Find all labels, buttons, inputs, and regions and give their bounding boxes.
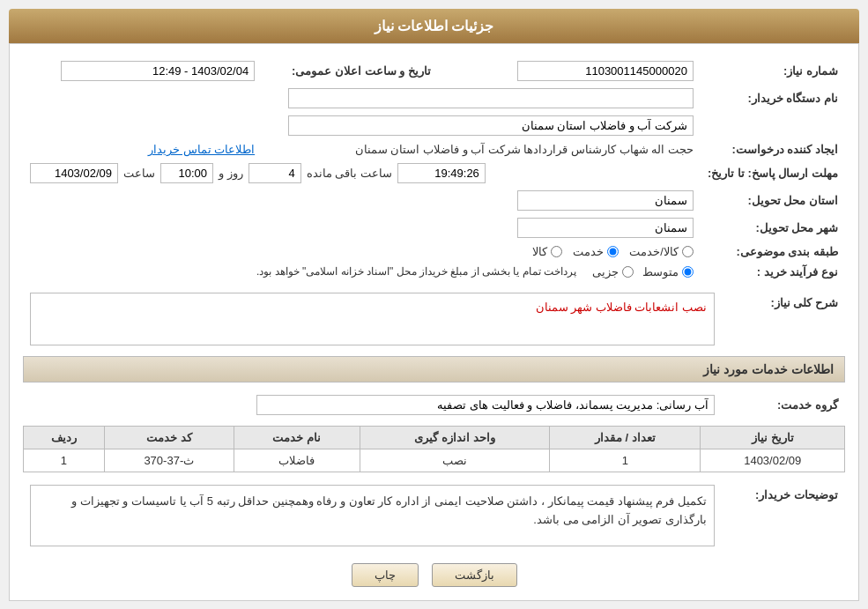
- button-row: بازگشت چاپ: [23, 563, 845, 587]
- tabaqe-khadamat-label: خدمت: [573, 245, 604, 258]
- ijad-text: حجت اله شهاب کارشناس قراردادها شرکت آب و…: [355, 143, 694, 156]
- ijad-value: حجت اله شهاب کارشناس قراردادها شرکت آب و…: [262, 139, 701, 160]
- tawzihat-row: توضیحات خریدار: تکمیل فرم پیشنهاد قیمت پ…: [23, 481, 845, 550]
- grooh-value: [23, 391, 722, 419]
- nam-dastgah-input[interactable]: [288, 88, 694, 108]
- grooh-input[interactable]: [256, 395, 715, 415]
- services-table-body: 1403/02/091نصبفاضلابث-37-3701: [24, 449, 845, 472]
- sharh-table: شرح کلی نیاز: نصب انشعابات فاضلاب شهر سم…: [23, 289, 845, 349]
- mohlat-maande-label: ساعت باقی مانده: [307, 167, 392, 180]
- tawzihat-label: توضیحات خریدار:: [722, 481, 845, 550]
- tarikh-input[interactable]: [61, 61, 255, 81]
- tarikh-label: تاریخ و ساعت اعلان عمومی:: [262, 57, 438, 85]
- col-radif: ردیف: [24, 427, 105, 449]
- ostan-label: استان محل تحویل:: [701, 187, 845, 214]
- nooe-row: نوع فرآیند خرید : متوسط جزیی: [23, 262, 845, 282]
- shahr-input[interactable]: [517, 218, 694, 238]
- tawzihat-table: توضیحات خریدار: تکمیل فرم پیشنهاد قیمت پ…: [23, 481, 845, 550]
- mohlat-saat-label: ساعت: [123, 167, 155, 180]
- nam-dastgah-value: [23, 85, 701, 112]
- ostan-row: استان محل تحویل:: [23, 187, 845, 214]
- tawzihat-value-cell: تکمیل فرم پیشنهاد قیمت پیمانکار ، داشتن …: [23, 481, 722, 550]
- print-button[interactable]: چاپ: [352, 563, 419, 587]
- mohlat-date-input[interactable]: [30, 163, 118, 183]
- page-header: جزئیات اطلاعات نیاز: [9, 9, 859, 43]
- col-vahed: واحد اندازه گیری: [360, 427, 550, 449]
- sherkat-value: [23, 112, 701, 139]
- tabaqe-kala-option[interactable]: کالا: [532, 245, 562, 258]
- col-tarikh: تاریخ نیاز: [701, 427, 845, 449]
- tabaqe-kala-label: کالا: [532, 245, 547, 258]
- tabaqe-kala-khadamat-option[interactable]: کالا/خدمت: [629, 245, 694, 258]
- nam-dastgah-row: نام دستگاه خریدار:: [23, 85, 845, 112]
- etelaat-link-cell: اطلاعات تماس خریدار: [23, 139, 262, 160]
- khadamat-header: اطلاعات خدمات مورد نیاز: [23, 356, 845, 382]
- mohlat-row: مهلت ارسال پاسخ: تا تاریخ: ساعت باقی مان…: [23, 160, 845, 187]
- back-button[interactable]: بازگشت: [432, 563, 517, 587]
- tawzihat-box: تکمیل فرم پیشنهاد قیمت پیمانکار ، داشتن …: [30, 485, 715, 546]
- mohlat-maande-input[interactable]: [397, 163, 486, 183]
- tabaqe-value: کالا/خدمت خدمت کالا: [23, 241, 701, 262]
- nooe-value: متوسط جزیی پرداخت تمام یا بخشی از مبلغ خ…: [23, 262, 701, 282]
- sharh-box: نصب انشعابات فاضلاب شهر سمنان: [30, 293, 715, 345]
- shahr-value: [23, 214, 701, 241]
- services-header-row: تاریخ نیاز تعداد / مقدار واحد اندازه گیر…: [24, 427, 845, 449]
- tabaqe-kala-radio[interactable]: [551, 246, 562, 257]
- sherkat-input[interactable]: [288, 115, 694, 136]
- shomara-niaz-input[interactable]: [517, 61, 694, 81]
- tabaqe-khadamat-radio[interactable]: [607, 246, 619, 257]
- grooh-label: گروه خدمت:: [722, 391, 845, 419]
- nooe-warning: پرداخت تمام یا بخشی از مبلغ خریداز محل "…: [256, 265, 576, 278]
- nooe-jezyi-radio[interactable]: [622, 266, 634, 278]
- grooh-row: گروه خدمت:: [23, 391, 845, 419]
- shahr-label: شهر محل تحویل:: [701, 214, 845, 241]
- table-row: 1403/02/091نصبفاضلابث-37-3701: [24, 449, 845, 472]
- tabaqe-row: طبقه بندی موضوعی: کالا/خدمت خدمت: [23, 241, 845, 262]
- nam-dastgah-label: نام دستگاه خریدار:: [701, 85, 845, 112]
- sharh-label: شرح کلی نیاز:: [722, 289, 845, 349]
- col-kod: کد خدمت: [104, 427, 234, 449]
- mohlat-saat-input[interactable]: [160, 163, 213, 183]
- tarikh-value: [23, 57, 262, 85]
- shomara-niaz-label: شماره نیاز:: [701, 57, 845, 85]
- shahr-row: شهر محل تحویل:: [23, 214, 845, 241]
- ostan-input[interactable]: [517, 190, 694, 211]
- nooe-motavaset-option[interactable]: متوسط: [642, 265, 694, 279]
- mohlat-value-cell: ساعت باقی مانده روز و ساعت: [23, 160, 701, 187]
- nooe-label: نوع فرآیند خرید :: [701, 262, 845, 282]
- cell-nam: فاضلاب: [234, 449, 360, 472]
- nooe-motavaset-label: متوسط: [642, 265, 679, 279]
- shomara-niaz-value: [482, 57, 701, 85]
- content-area: شماره نیاز: تاریخ و ساعت اعلان عمومی: نا…: [9, 43, 859, 601]
- sharh-row: شرح کلی نیاز: نصب انشعابات فاضلاب شهر سم…: [23, 289, 845, 349]
- col-tedaad: تعداد / مقدار: [550, 427, 701, 449]
- ijad-label: ایجاد کننده درخواست:: [701, 139, 845, 160]
- mohlat-rooz-label: روز و: [219, 167, 243, 180]
- nooe-jezyi-label: جزیی: [592, 265, 619, 279]
- nooe-motavaset-radio[interactable]: [682, 266, 694, 278]
- nooe-jezyi-option[interactable]: جزیی: [592, 265, 634, 279]
- sherkat-row: [23, 112, 845, 139]
- niaz-info-table: شماره نیاز: تاریخ و ساعت اعلان عمومی: نا…: [23, 57, 845, 282]
- page-title: جزئیات اطلاعات نیاز: [375, 19, 494, 33]
- mohlat-rooz-input[interactable]: [249, 163, 301, 183]
- sharh-text: نصب انشعابات فاضلاب شهر سمنان: [536, 301, 707, 314]
- tabaqe-kala-khadamat-radio[interactable]: [682, 246, 694, 257]
- services-table-head: تاریخ نیاز تعداد / مقدار واحد اندازه گیر…: [24, 427, 845, 449]
- col-nam: نام خدمت: [234, 427, 360, 449]
- grooh-table: گروه خدمت:: [23, 391, 845, 419]
- etelaat-tamas-link[interactable]: اطلاعات تماس خریدار: [148, 143, 255, 156]
- cell-vahed: نصب: [360, 449, 550, 472]
- shomara-niaz-row: شماره نیاز: تاریخ و ساعت اعلان عمومی:: [23, 57, 845, 85]
- ijad-row: ایجاد کننده درخواست: حجت اله شهاب کارشنا…: [23, 139, 845, 160]
- services-table: تاریخ نیاز تعداد / مقدار واحد اندازه گیر…: [23, 426, 845, 472]
- cell-kod: ث-37-370: [104, 449, 234, 472]
- mohlat-label: مهلت ارسال پاسخ: تا تاریخ:: [701, 160, 845, 187]
- tabaqe-kala-khadamat-label: کالا/خدمت: [629, 245, 679, 258]
- cell-radif: 1: [24, 449, 105, 472]
- cell-tedaad: 1: [550, 449, 701, 472]
- tabaqe-label: طبقه بندی موضوعی:: [701, 241, 845, 262]
- page-container: جزئیات اطلاعات نیاز شماره نیاز: تاریخ و …: [0, 0, 868, 609]
- cell-tarikh: 1403/02/09: [701, 449, 845, 472]
- tabaqe-khadamat-option[interactable]: خدمت: [573, 245, 619, 258]
